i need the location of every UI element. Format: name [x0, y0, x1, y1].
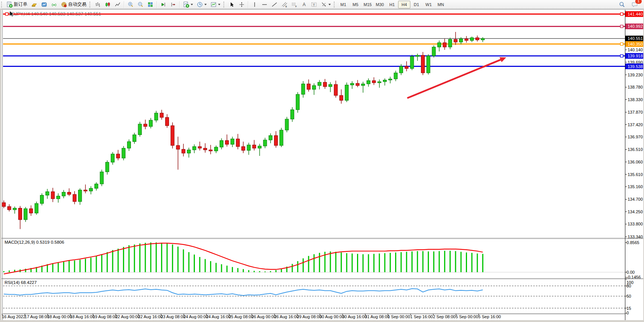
time-axis-label: 26 Aug 00:00 — [252, 314, 276, 319]
line-handle[interactable] — [620, 43, 623, 45]
trendline-button[interactable] — [269, 0, 279, 9]
candle-body — [51, 192, 54, 199]
candle-body — [40, 195, 44, 204]
indicators-button[interactable] — [181, 0, 195, 9]
cursor-button[interactable] — [227, 0, 237, 9]
bar-chart-button[interactable] — [93, 0, 103, 9]
templates-button[interactable] — [209, 0, 222, 9]
timeframe-button-h4[interactable]: H4 — [398, 1, 410, 8]
line-handle[interactable] — [620, 13, 623, 16]
candle-body — [372, 81, 376, 83]
text-button[interactable]: A — [299, 0, 309, 9]
market-watch-button[interactable] — [39, 0, 49, 9]
autotrading-icon — [61, 2, 67, 8]
chart-shift-button[interactable] — [168, 0, 178, 9]
time-axis-label: 24 Aug 00:00 — [183, 314, 208, 319]
price-label-text: 140.992 — [628, 24, 643, 29]
candle-body — [171, 126, 174, 146]
rsi-line — [4, 289, 483, 295]
timeframe-button-m15[interactable]: M15 — [362, 1, 374, 8]
chart-shift-icon — [170, 2, 176, 8]
chart-canvas[interactable]: 140.140139.690139.230138.780138.330137.8… — [0, 0, 644, 322]
time-axis[interactable]: 16 Aug 202217 Aug 08:0018 Aug 00:0018 Au… — [2, 314, 501, 319]
indicators-icon — [183, 2, 189, 8]
candle-body — [481, 38, 485, 40]
tile-windows-button[interactable] — [145, 0, 155, 9]
timeframe-button-m30[interactable]: M30 — [374, 1, 386, 8]
line-handle[interactable] — [6, 13, 8, 16]
candle-body — [8, 206, 11, 210]
window-frame-left — [0, 9, 2, 322]
candle-body — [182, 149, 185, 153]
candle-body — [225, 141, 229, 144]
fibonacci-button[interactable]: F — [289, 0, 299, 9]
text-icon: A — [301, 2, 307, 8]
toolbar-grip[interactable] — [89, 2, 91, 8]
timeframe-button-w1[interactable]: W1 — [422, 1, 435, 8]
candle-body — [160, 113, 163, 117]
equidistant-channel-button[interactable]: E — [279, 0, 289, 9]
zoom-in-button[interactable] — [126, 0, 135, 9]
line-chart-button[interactable] — [113, 0, 123, 9]
candle-body — [301, 84, 305, 94]
profiles-button[interactable] — [29, 0, 39, 9]
autotrading-button[interactable]: 自动交易 — [59, 0, 88, 9]
time-axis-label: 18 Aug 00:00 — [47, 314, 72, 319]
candle-body — [143, 124, 147, 127]
search-button[interactable] — [617, 0, 627, 9]
rsi-axis-label: 80 — [626, 284, 631, 288]
price-tick-label: 137.420 — [628, 122, 643, 127]
candle-body — [323, 82, 327, 87]
text-label-button[interactable]: T — [309, 0, 319, 9]
candle-body — [95, 184, 98, 189]
candle-body — [367, 81, 370, 84]
candle-body — [307, 84, 310, 89]
timeframe-button-mn[interactable]: MN — [435, 1, 447, 8]
candle-body — [214, 147, 218, 151]
candlestick-icon — [105, 2, 111, 8]
signals-button[interactable] — [49, 0, 59, 9]
price-axis[interactable]: 140.140139.690139.230138.780138.330137.8… — [625, 10, 644, 320]
time-axis-label: 5 Sep 16:00 — [478, 314, 501, 319]
price-tick-label: 135.610 — [628, 172, 643, 177]
horizontal-line-button[interactable] — [260, 0, 269, 9]
svg-text:A: A — [303, 2, 306, 7]
candle-body — [149, 120, 153, 127]
candle-body — [443, 43, 446, 47]
candle-body — [318, 82, 321, 86]
rsi-axis-label: 50 — [626, 294, 631, 298]
line-handle[interactable] — [620, 25, 623, 28]
timeframe-button-h1[interactable]: H1 — [386, 1, 398, 8]
toolbar-grip[interactable] — [223, 2, 225, 8]
time-axis-label: 30 Aug 00:00 — [319, 314, 344, 319]
timeframe-button-d1[interactable]: D1 — [410, 1, 422, 8]
timeframe-button-m5[interactable]: M5 — [349, 1, 362, 8]
candle-body — [18, 208, 22, 219]
periods-caret-icon — [204, 4, 207, 6]
crosshair-button[interactable] — [237, 0, 247, 9]
candle-body — [209, 150, 212, 151]
auto-scroll-button[interactable] — [158, 0, 168, 9]
candlestick-chart-button[interactable] — [103, 0, 113, 9]
line-handle[interactable] — [620, 55, 623, 57]
vertical-line-button[interactable] — [250, 0, 260, 9]
new-order-button[interactable]: 新订单 — [5, 0, 29, 9]
toolbar-grip[interactable] — [1, 2, 3, 8]
zoom-out-button[interactable] — [135, 0, 145, 9]
macd-axis-label: 0.00 — [626, 270, 634, 274]
periods-button[interactable] — [195, 0, 209, 9]
candle-body — [290, 110, 294, 119]
timeframe-button-m1[interactable]: M1 — [337, 1, 349, 8]
time-axis-label: 1 Sep 16:00 — [410, 314, 433, 319]
arrows-button[interactable] — [319, 0, 333, 9]
templates-icon — [210, 2, 217, 8]
price-tick-label: 133.340 — [628, 235, 643, 239]
notifications-button[interactable]: 1 — [630, 0, 640, 9]
candle-body — [269, 136, 272, 140]
horizontal-line-icon — [261, 2, 268, 8]
channel-icon: E — [281, 2, 287, 8]
toolbar-grip[interactable] — [334, 2, 336, 8]
time-axis-label: 24 Aug 16:00 — [206, 314, 231, 319]
time-axis-label: 31 Aug 08:00 — [365, 314, 390, 319]
candle-body — [105, 162, 109, 172]
